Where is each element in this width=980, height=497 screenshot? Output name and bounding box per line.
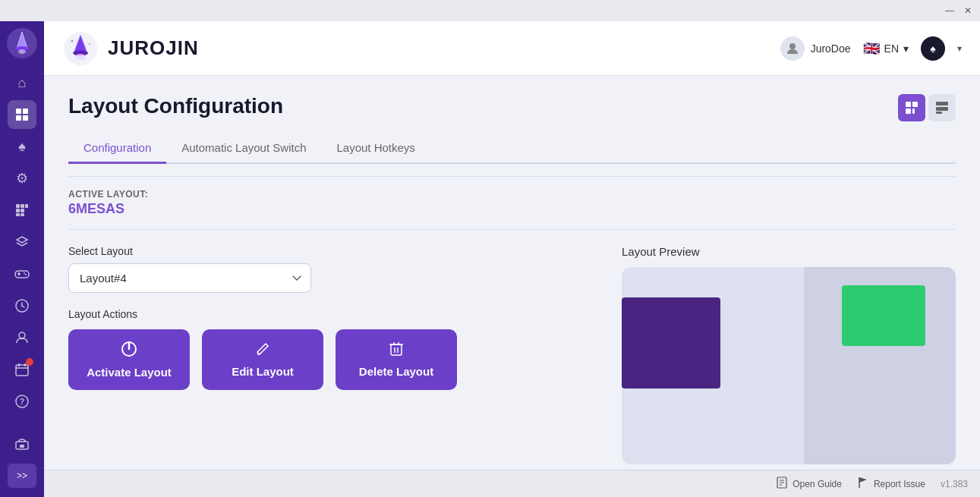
activate-layout-button[interactable]: Activate Layout — [68, 329, 190, 390]
divider — [68, 176, 956, 177]
app-container: ⌂ ♠ ⚙ — [0, 21, 980, 497]
svg-rect-10 — [25, 204, 28, 208]
edit-layout-button[interactable]: Edit Layout — [202, 329, 323, 390]
delete-layout-button[interactable]: Delete Layout — [336, 329, 457, 390]
sidebar-item-grid[interactable] — [8, 196, 36, 225]
page-title: Layout Configuration — [68, 94, 283, 118]
user-chip-chevron: ▾ — [957, 43, 962, 54]
sidebar-item-gamepad[interactable] — [8, 260, 36, 288]
sidebar-item-clock[interactable] — [8, 291, 36, 320]
content-grid: Select Layout Layout#4 Layout Actions — [68, 245, 956, 464]
sidebar-item-help[interactable]: ? — [8, 387, 36, 416]
close-button[interactable]: ✕ — [962, 5, 974, 16]
svg-rect-43 — [912, 109, 915, 114]
svg-rect-25 — [16, 365, 28, 376]
svg-rect-8 — [16, 204, 20, 208]
logo-icon — [6, 27, 38, 59]
page-content: Layout Configuration — [44, 76, 980, 470]
sidebar-expand-button[interactable]: >> — [8, 464, 36, 488]
layout-toggle — [898, 94, 956, 121]
layout-select[interactable]: Layout#4 — [68, 263, 311, 293]
power-icon — [121, 341, 137, 361]
main-content: JUROJIN JuroDoe 🇬🇧 EN ▾ — [44, 21, 980, 497]
language-selector[interactable]: 🇬🇧 EN ▾ — [863, 40, 909, 57]
svg-marker-15 — [17, 237, 27, 243]
language-flag: 🇬🇧 — [863, 40, 880, 57]
help-icon: ? — [15, 395, 29, 408]
open-guide-button[interactable]: Open Guide — [776, 477, 842, 491]
svg-point-36 — [75, 54, 86, 60]
preview-block-purple — [622, 297, 720, 388]
grid-icon — [15, 203, 29, 217]
tabs: Configuration Automatic Layout Switch La… — [68, 134, 956, 164]
user-info[interactable]: JuroDoe — [780, 36, 851, 61]
svg-rect-4 — [16, 109, 21, 114]
divider-2 — [68, 229, 956, 230]
svg-line-23 — [22, 306, 24, 307]
shop-icon — [14, 436, 30, 451]
sidebar: ⌂ ♠ ⚙ — [0, 21, 44, 497]
svg-rect-14 — [20, 213, 24, 216]
minimize-button[interactable]: — — [944, 5, 956, 16]
flag-icon — [857, 477, 869, 491]
toggle-grid-btn[interactable] — [898, 94, 925, 121]
user-avatar-icon — [780, 36, 805, 61]
svg-point-20 — [25, 274, 27, 275]
tab-hotkeys[interactable]: Layout Hotkeys — [321, 134, 430, 164]
sidebar-item-home[interactable]: ⌂ — [8, 68, 36, 97]
report-issue-label: Report Issue — [874, 479, 925, 489]
svg-rect-32 — [20, 445, 24, 448]
trash-icon — [389, 341, 403, 360]
sidebar-item-apps[interactable] — [8, 100, 36, 129]
header-right: JuroDoe 🇬🇧 EN ▾ ♠ ▾ — [780, 36, 962, 61]
app-header: JUROJIN JuroDoe 🇬🇧 EN ▾ — [44, 21, 980, 76]
left-column: Select Layout Layout#4 Layout Actions — [68, 245, 591, 464]
tab-configuration[interactable]: Configuration — [68, 134, 166, 164]
svg-rect-11 — [16, 209, 20, 212]
right-column: Layout Preview — [622, 245, 956, 464]
clock-icon — [15, 299, 29, 313]
svg-rect-9 — [20, 204, 24, 208]
svg-text:?: ? — [20, 398, 24, 406]
svg-rect-16 — [15, 271, 29, 278]
sidebar-item-settings[interactable]: ⚙ — [8, 164, 36, 193]
select-layout-label: Select Layout — [68, 245, 591, 257]
page-header: Layout Configuration — [68, 94, 956, 121]
action-buttons: Activate Layout Edit Layout — [68, 329, 591, 390]
sidebar-item-shop[interactable] — [8, 429, 36, 458]
toggle-grid-icon — [905, 101, 919, 115]
book-icon — [776, 477, 788, 491]
sidebar-item-user[interactable] — [8, 323, 36, 352]
sidebar-item-layers[interactable] — [8, 228, 36, 256]
delete-button-label: Delete Layout — [359, 365, 433, 378]
svg-rect-7 — [23, 115, 28, 121]
svg-point-3 — [18, 49, 26, 54]
svg-point-39 — [789, 43, 796, 49]
sidebar-item-calendar[interactable] — [8, 355, 36, 384]
trash-svg — [389, 341, 403, 357]
user-icon — [15, 331, 29, 344]
report-issue-button[interactable]: Report Issue — [857, 477, 925, 491]
svg-rect-13 — [16, 213, 20, 216]
active-layout-name: 6MESAS — [68, 201, 956, 217]
version-label: v1.383 — [941, 479, 968, 489]
svg-rect-12 — [20, 209, 24, 212]
book-svg — [776, 477, 788, 489]
logo-text: JUROJIN — [108, 36, 199, 60]
preview-title: Layout Preview — [622, 245, 956, 258]
notification-badge — [26, 358, 33, 366]
svg-rect-45 — [936, 107, 948, 111]
flag-svg — [857, 477, 869, 489]
activate-button-label: Activate Layout — [87, 366, 172, 379]
svg-rect-44 — [936, 102, 948, 105]
title-bar: — ✕ — [0, 0, 980, 21]
toggle-list-btn[interactable] — [928, 94, 956, 121]
sidebar-item-cards[interactable]: ♠ — [8, 132, 36, 161]
user-chip[interactable]: ♠ — [921, 36, 945, 61]
active-layout-label: ACTIVE LAYOUT: — [68, 189, 956, 200]
tab-auto-switch[interactable]: Automatic Layout Switch — [166, 134, 321, 164]
user-name: JuroDoe — [811, 42, 851, 55]
layout-actions-label: Layout Actions — [68, 308, 591, 320]
lang-chevron-icon: ▾ — [903, 42, 909, 55]
gamepad-icon — [14, 268, 30, 280]
